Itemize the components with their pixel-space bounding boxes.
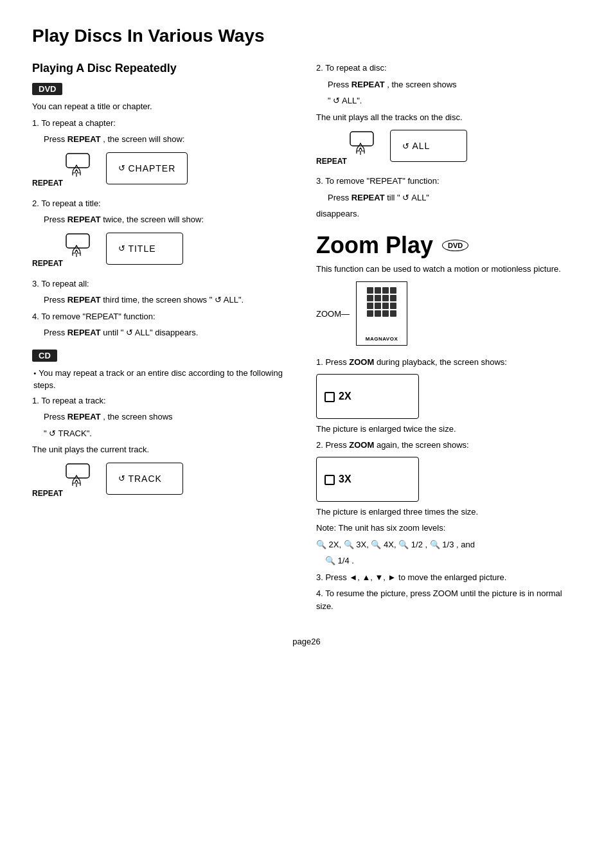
cd-step3-label: 3. To remove "REPEAT" function: <box>316 175 581 188</box>
cd-step2-text: Press REPEAT , the screen shows <box>328 78 581 91</box>
step1-label: 1. To repeat a chapter: <box>32 117 297 130</box>
zoom-intro: This function can be used to watch a mot… <box>316 263 581 276</box>
repeat-label-1: REPEAT <box>32 152 101 188</box>
cd-right-step2: 2. To repeat a disc: Press REPEAT , the … <box>316 62 581 168</box>
circle-arrow-all: ↺ <box>402 141 409 151</box>
repeat-label-2: REPEAT <box>32 233 101 268</box>
step2-text: Press REPEAT twice, the screen will show… <box>44 213 297 226</box>
all-screen-box: ↺ ALL <box>390 130 467 162</box>
all-text: ALL <box>412 141 430 151</box>
zoom-levels-text2: 🔍 1/4 . <box>325 554 581 567</box>
repeat-label-3: REPEAT <box>32 463 101 498</box>
circle-arrow-chapter: ↺ <box>118 163 125 173</box>
dvd-step1: 1. To repeat a chapter: Press REPEAT , t… <box>32 117 297 191</box>
section-title-playing: Playing A Disc Repeatedly <box>32 62 297 75</box>
remote-brand-label: MAGNAVOX <box>366 336 398 342</box>
zoom-2x-text: 2X <box>339 391 351 402</box>
cd-step1: 1. To repeat a track: Press REPEAT , the… <box>32 394 297 501</box>
right-column: 2. To repeat a disc: Press REPEAT , the … <box>316 62 581 616</box>
zoom-title-row: Zoom Play DVD <box>316 232 581 259</box>
chapter-text: CHAPTER <box>128 163 175 173</box>
track-repeat-group: REPEAT ↺ TRACK <box>32 460 297 501</box>
step3-label: 3. To repeat all: <box>32 278 297 290</box>
track-text: TRACK <box>128 474 161 484</box>
zoom-sq-icon-3x <box>324 475 335 485</box>
svg-rect-12 <box>350 132 373 146</box>
hand-press-icon-3 <box>65 463 101 496</box>
page-title: Play Discs In Various Ways <box>32 26 581 46</box>
cd-step1-label: 1. To repeat a track: <box>32 394 297 407</box>
zoom-sq-icon-2x <box>324 392 335 402</box>
cd-step3-text2: disappears. <box>316 208 581 220</box>
all-repeat-group: REPEAT ↺ ALL <box>316 127 581 168</box>
cd-step1-sub2: " ↺ TRACK". <box>44 427 297 440</box>
chapter-repeat-group: REPEAT ↺ <box>32 150 297 191</box>
chapter-screen-box: ↺ CHAPTER <box>106 152 188 184</box>
circle-arrow-track: ↺ <box>118 474 125 483</box>
zoom-screen-3x: 3X <box>316 457 419 502</box>
cd-step2-text2: " ↺ ALL". <box>328 94 581 107</box>
step4-label: 4. To remove "REPEAT" function: <box>32 310 297 323</box>
zoom-title: Zoom Play <box>316 232 433 259</box>
zoom-3x-text: 3X <box>339 474 351 485</box>
cd-step1-sub: Press REPEAT , the screen shows <box>44 411 297 423</box>
svg-rect-4 <box>66 234 89 248</box>
repeat-label-4: REPEAT <box>316 130 385 166</box>
hand-press-icon-2 <box>65 233 101 266</box>
hand-press-icon-4 <box>349 130 385 164</box>
zoom-screen-2x: 2X <box>316 374 419 419</box>
zoom-note-3x: The picture is enlarged three times the … <box>316 506 581 518</box>
zoom-step3-text: 3. Press ◄, ▲, ▼, ► to move the enlarged… <box>316 571 581 584</box>
zoom-remote-row: ZOOM— <box>316 281 581 346</box>
zoom-step4-text: 4. To resume the picture, press ZOOM unt… <box>316 587 581 612</box>
cd-step1-note: The unit plays the current track. <box>32 443 297 456</box>
zoom-step1: 1. Press ZOOM during playback, the scree… <box>316 356 581 612</box>
cd-bullet-text: You may repeat a track or an entire disc… <box>33 367 297 392</box>
cd-right-step3: 3. To remove "REPEAT" function: Press RE… <box>316 175 581 220</box>
remote-illustration: MAGNAVOX <box>356 281 407 346</box>
title-repeat-group: REPEAT ↺ TITLE <box>32 230 297 271</box>
step2-label: 2. To repeat a title: <box>32 197 297 210</box>
title-screen-box: ↺ TITLE <box>106 233 183 265</box>
zoom-dvd-badge: DVD <box>442 240 468 251</box>
zoom-step1-label: 1. Press ZOOM during playback, the scree… <box>316 356 581 369</box>
cd-badge: CD <box>32 350 57 362</box>
step4-text: Press REPEAT until " ↺ ALL" disappears. <box>44 326 297 339</box>
cd-step2-note: The unit plays all the tracks on the dis… <box>316 111 581 124</box>
track-screen-box: ↺ TRACK <box>106 463 183 495</box>
zoom-note-2x: The picture is enlarged twice the size. <box>316 423 581 436</box>
dvd-badge: DVD <box>32 83 62 95</box>
step3-text: Press REPEAT third time, the screen show… <box>44 294 297 306</box>
svg-rect-0 <box>66 154 89 168</box>
cd-step3-text: Press REPEAT till " ↺ ALL" <box>328 191 581 204</box>
page-number: page26 <box>32 635 581 648</box>
svg-rect-8 <box>66 464 89 478</box>
zoom-note3: Note: The unit has six zoom levels: <box>316 522 581 535</box>
hand-press-icon-1 <box>65 152 101 186</box>
left-column: Playing A Disc Repeatedly DVD You can re… <box>32 62 297 616</box>
zoom-step2-label: 2. Press ZOOM again, the screen shows: <box>316 439 581 452</box>
cd-step2-label: 2. To repeat a disc: <box>316 62 581 75</box>
step1-text: Press REPEAT , the screen will show: <box>44 133 297 146</box>
zoom-label: ZOOM— <box>316 309 350 319</box>
dvd-step4: 4. To remove "REPEAT" function: Press RE… <box>32 310 297 339</box>
circle-arrow-title: ↺ <box>118 244 125 253</box>
title-text: TITLE <box>128 244 155 254</box>
dvd-step2: 2. To repeat a title: Press REPEAT twice… <box>32 197 297 271</box>
dvd-step3: 3. To repeat all: Press REPEAT third tim… <box>32 278 297 306</box>
dvd-intro: You can repeat a title or chapter. <box>32 100 297 113</box>
zoom-levels-text: 🔍 2X, 🔍 3X, 🔍 4X, 🔍 1/2 , 🔍 1/3 , and <box>316 538 581 551</box>
